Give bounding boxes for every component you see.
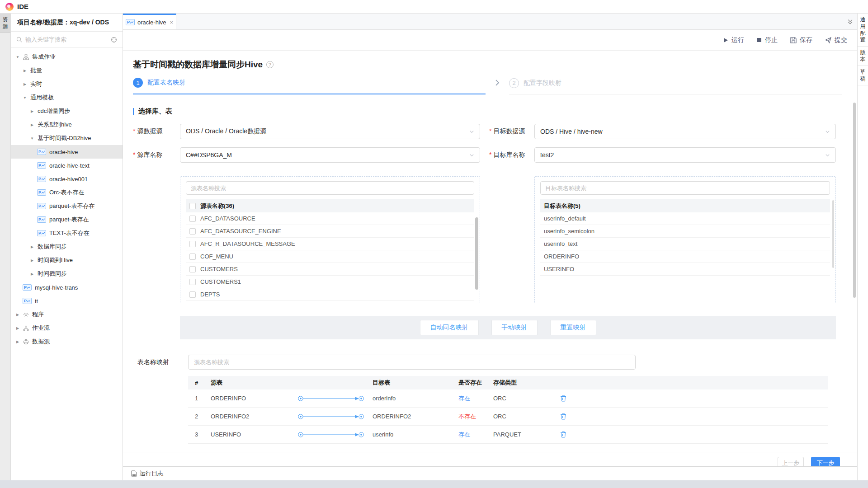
- row-checkbox[interactable]: [189, 228, 196, 235]
- run-log-bar[interactable]: 运行日志: [123, 466, 857, 480]
- source-table-row[interactable]: AFC_DATASOURCE: [186, 212, 474, 225]
- tree-item[interactable]: ▶数据库同步: [11, 240, 123, 253]
- tree-item[interactable]: ▶时间戳同步: [11, 267, 123, 281]
- tree-item[interactable]: ▶程序: [11, 308, 123, 321]
- stop-button[interactable]: 停止: [757, 36, 778, 44]
- target-table-search-input[interactable]: [540, 181, 830, 195]
- tree-item[interactable]: Ptt: [11, 294, 123, 308]
- arrow-expanded-icon[interactable]: ▼: [15, 55, 20, 59]
- source-table-row[interactable]: AFC_DATASOURCE_ENGINE: [186, 225, 474, 238]
- source-table-row[interactable]: CUSTOMERS: [186, 263, 474, 276]
- tree-item[interactable]: ▶批量: [11, 64, 123, 77]
- prev-step-button[interactable]: 上一步: [778, 457, 804, 467]
- row-checkbox[interactable]: [189, 253, 196, 260]
- source-table-search-input[interactable]: [186, 181, 474, 195]
- page-title: 基于时间戳的数据库增量同步Hive ?: [133, 59, 857, 70]
- arrow-collapsed-icon[interactable]: ▶: [23, 82, 27, 86]
- tree-item[interactable]: POrc-表不存在: [11, 186, 123, 199]
- auto-map-button[interactable]: 自动同名映射: [420, 320, 479, 335]
- run-button[interactable]: 运行: [723, 36, 744, 44]
- arrow-collapsed-icon[interactable]: ▶: [30, 123, 34, 127]
- step-table-mapping[interactable]: 1 配置表名映射: [133, 78, 486, 94]
- tree-item[interactable]: ▶数据源: [11, 335, 123, 348]
- submit-button[interactable]: 提交: [825, 36, 847, 44]
- row-checkbox[interactable]: [189, 266, 196, 272]
- tree-item[interactable]: PTEXT-表不存在: [11, 226, 123, 240]
- row-checkbox[interactable]: [189, 241, 196, 247]
- target-table-row[interactable]: userinfo_semicolon: [540, 225, 830, 238]
- select-all-checkbox[interactable]: [189, 203, 196, 209]
- job-icon: P: [23, 284, 32, 291]
- arrow-collapsed-icon[interactable]: ▶: [15, 340, 20, 344]
- arrow-collapsed-icon[interactable]: ▶: [30, 245, 34, 249]
- help-icon[interactable]: ?: [266, 61, 274, 68]
- source-list-scrollbar[interactable]: [475, 217, 478, 290]
- target-table-cell: orderinfo: [373, 395, 458, 402]
- arrow-collapsed-icon[interactable]: ▶: [30, 258, 34, 263]
- delete-row-icon[interactable]: [560, 413, 566, 420]
- arrow-expanded-icon[interactable]: ▼: [23, 96, 27, 100]
- tree-item-label: 集成作业: [32, 53, 56, 61]
- source-table-row[interactable]: COF_MENU: [186, 250, 474, 263]
- sidebar-search[interactable]: 输入关键字搜索: [11, 32, 123, 48]
- collapse-panel-icon[interactable]: [847, 19, 853, 27]
- tree-item[interactable]: ▶作业流: [11, 321, 123, 335]
- row-checkbox[interactable]: [189, 291, 196, 298]
- target-table-row[interactable]: USERINFO: [540, 263, 830, 276]
- tree-item[interactable]: Pparquet-表不存在: [11, 199, 123, 213]
- right-tab-draft[interactable]: 草稿: [858, 66, 868, 85]
- tree-item-label: 批量: [30, 66, 42, 75]
- target-datasource-select[interactable]: ODS / Hive / hive-new: [534, 124, 836, 139]
- tree-item[interactable]: ▶实时: [11, 77, 123, 91]
- save-button[interactable]: 保存: [790, 36, 812, 44]
- tree-item[interactable]: ▼基于时间戳-DB2hive: [11, 131, 123, 145]
- row-checkbox[interactable]: [189, 216, 196, 222]
- target-table-row[interactable]: userinfo_text: [540, 238, 830, 250]
- mapping-search-input[interactable]: [188, 355, 636, 370]
- source-table-row[interactable]: DEPTS: [186, 288, 474, 301]
- gear-icon: [23, 312, 29, 318]
- target-db-select[interactable]: test2: [534, 147, 836, 163]
- target-table-row[interactable]: ORDERINFO: [540, 250, 830, 263]
- chevron-down-icon: [825, 129, 830, 134]
- source-table-row[interactable]: CUSTOMERS1: [186, 276, 474, 288]
- tree-item[interactable]: Pmysql-hive-trans: [11, 281, 123, 294]
- next-step-button[interactable]: 下一步: [811, 457, 840, 467]
- arrow-expanded-icon[interactable]: ▼: [30, 136, 34, 141]
- arrow-collapsed-icon[interactable]: ▶: [30, 109, 34, 113]
- target-list-scrollbar[interactable]: [832, 200, 834, 268]
- reset-map-button[interactable]: 重置映射: [550, 320, 596, 335]
- resources-tab[interactable]: 资源: [0, 14, 10, 33]
- row-checkbox[interactable]: [189, 279, 196, 285]
- tab-close-icon[interactable]: ×: [170, 19, 174, 26]
- target-table-row[interactable]: userinfo_default: [540, 212, 830, 225]
- tree-item[interactable]: Poracle-hive-text: [11, 159, 123, 172]
- tree-item[interactable]: Poracle-hive001: [11, 172, 123, 186]
- delete-row-icon[interactable]: [560, 431, 566, 438]
- table-name: AFC_R_DATASOURCE_MESSAGE: [200, 240, 295, 247]
- tree-item[interactable]: ▶时间戳到Hive: [11, 253, 123, 267]
- tree-item[interactable]: ▼集成作业: [11, 50, 123, 64]
- right-tab-common-config[interactable]: 通用配置: [858, 14, 868, 47]
- source-table-row[interactable]: DEPTS2: [186, 301, 474, 303]
- source-db-select[interactable]: C##DSP6GA_M: [180, 147, 480, 163]
- tree-item[interactable]: ▶关系型到hive: [11, 118, 123, 131]
- step-field-mapping[interactable]: 2 配置字段映射: [509, 78, 842, 94]
- right-tab-version[interactable]: 版本: [858, 47, 868, 66]
- arrow-collapsed-icon[interactable]: ▶: [15, 326, 20, 330]
- filter-settings-icon[interactable]: [111, 37, 117, 43]
- delete-row-icon[interactable]: [560, 395, 566, 402]
- content-scrollbar[interactable]: [853, 103, 856, 298]
- tab-oracle-hive[interactable]: P oracle-hive ×: [123, 14, 176, 29]
- arrow-collapsed-icon[interactable]: ▶: [23, 69, 27, 73]
- source-datasource-select[interactable]: ODS / Oracle / Oracle数据源: [180, 124, 480, 139]
- source-table-row[interactable]: AFC_R_DATASOURCE_MESSAGE: [186, 238, 474, 250]
- manual-map-button[interactable]: 手动映射: [491, 320, 538, 335]
- tree-item[interactable]: Poracle-hive: [11, 145, 123, 159]
- arrow-collapsed-icon[interactable]: ▶: [15, 313, 20, 317]
- arrow-collapsed-icon[interactable]: ▶: [30, 272, 34, 276]
- tree-item[interactable]: ▼通用模板: [11, 91, 123, 104]
- tree-item[interactable]: ▶cdc增量同步: [11, 104, 123, 118]
- tree-item-label: 数据源: [32, 338, 50, 346]
- tree-item[interactable]: Pparquet-表存在: [11, 213, 123, 226]
